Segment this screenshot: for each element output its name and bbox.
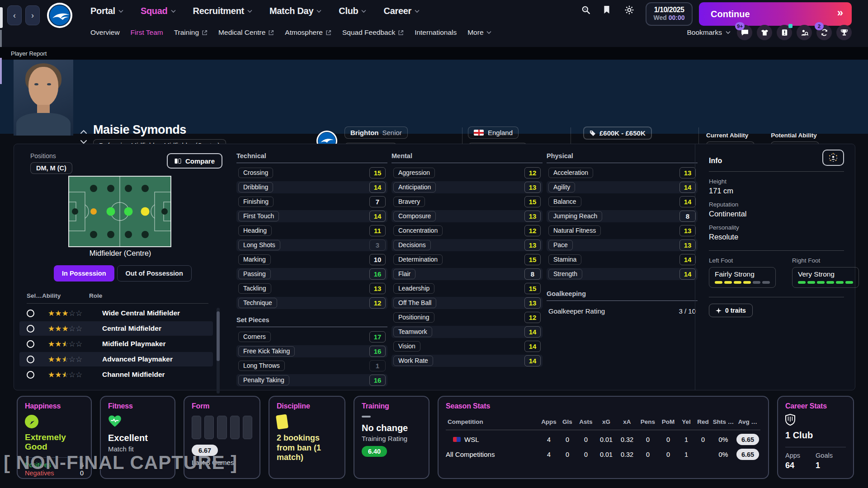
attribute-name[interactable]: Determination [393,254,443,265]
scout-icon[interactable] [797,25,812,40]
attribute-name[interactable]: Balance [548,197,581,207]
form-rating-badge: 6.67 [192,445,218,456]
training-card[interactable]: Training No change Training Rating 6.40 [354,396,429,479]
prev-player-chevron-icon[interactable] [80,130,87,134]
subnav-item-more[interactable]: More [467,28,491,37]
transfer-value-pill[interactable]: £600K - £650K [583,127,652,140]
attribute-name[interactable]: Technique [238,298,277,308]
continue-button[interactable]: Continue » [699,2,852,26]
attribute-name[interactable]: Long Throws [238,361,285,371]
attribute-name[interactable]: Leadership [393,283,434,294]
attribute-name[interactable]: Heading [238,225,272,236]
attribute-name[interactable]: Concentration [393,225,443,236]
attribute-name[interactable]: Bravery [393,197,425,207]
shirt-icon[interactable] [757,25,772,40]
attribute-name[interactable]: Agility [548,182,575,192]
traits-button[interactable]: 0 traits [709,304,753,317]
attribute-name[interactable]: Penalty Taking [238,375,289,385]
attribute-name[interactable]: Work Rate [393,356,433,366]
form-card[interactable]: Form 6.67 Last 5 Games [184,396,260,479]
search-icon[interactable] [581,5,591,15]
back-button[interactable]: ‹ [7,5,22,25]
attribute-name[interactable]: Flair [393,269,415,279]
attribute-name[interactable]: Jumping Reach [548,211,602,221]
role-select-radio[interactable] [27,325,34,333]
role-select-radio[interactable] [27,310,34,317]
compare-button[interactable]: Compare [167,153,222,169]
nav-item-portal[interactable]: Portal [90,6,123,16]
attribute-name[interactable]: Free Kick Taking [238,346,295,357]
subnav-item-squad-feedback[interactable]: Squad Feedback [342,28,404,37]
swap-icon[interactable]: 2 [816,25,832,40]
left-foot-strength: Fairly Strong [715,270,770,278]
chat-icon[interactable]: 9+ [737,25,752,40]
nav-item-club[interactable]: Club [339,6,366,16]
discipline-card[interactable]: Discipline 2 bookings from ban (1 match) [269,396,345,479]
role-select-radio[interactable] [27,371,34,379]
notification-badge: 2 [815,22,824,30]
forward-button[interactable]: › [25,5,40,25]
subnav-item-training[interactable]: Training [174,28,208,37]
attribute-value: 8 [524,268,541,280]
nav-item-career[interactable]: Career [383,6,420,16]
club-pill[interactable]: BrightonSenior [344,127,408,139]
role-list-scrollbar[interactable] [217,308,220,394]
attribute-name[interactable]: Aggression [393,168,435,178]
toggle-out-of-possession[interactable]: Out of Possession [117,265,192,282]
attribute-name[interactable]: Composure [393,211,436,221]
attribute-name[interactable]: Dribbling [238,182,273,192]
subnav-item-medical-centre[interactable]: Medical Centre [218,28,274,37]
fitness-card[interactable]: Fitness Excellent Match fit [100,396,175,479]
attribute-name[interactable]: Stamina [548,254,581,265]
role-row[interactable]: ★★☆★☆☆Advanced Playmaker [19,352,213,366]
discipline-text: 2 bookings from ban (1 match) [277,433,337,463]
attribute-name[interactable]: Teamwork [393,327,432,337]
nation-pill[interactable]: England [468,127,519,139]
attribute-name[interactable]: Corners [238,332,271,342]
attribute-name[interactable]: Acceleration [548,168,593,178]
trophy-icon[interactable] [836,25,852,40]
attribute-name[interactable]: Tackling [238,283,271,294]
bookmarks-dropdown[interactable]: Bookmarks [687,28,731,37]
attribute-name[interactable]: Pace [548,240,573,250]
settings-icon[interactable] [625,5,635,15]
attribute-value: 15 [369,167,386,178]
attribute-name[interactable]: Crossing [238,168,273,178]
attribute-name[interactable]: Finishing [238,197,274,207]
attribute-name[interactable]: First Touch [238,211,279,221]
season-stats-card[interactable]: Season Stats CompetitionAppsGlsAstsxGxAP… [438,396,769,479]
game-date[interactable]: 1/10/2025 Wed 00:00 [646,2,693,26]
role-row[interactable]: ★★★☆☆Central Midfielder [19,321,213,336]
external-link-icon [202,30,208,36]
career-stats-card[interactable]: Career Stats 1 Club Apps64 Goals1 [777,396,854,479]
attribute-name[interactable]: Marking [238,254,271,265]
role-row[interactable]: ★★☆★☆☆Channel Midfielder [19,367,213,382]
role-row[interactable]: ★★★☆☆Wide Central Midfielder [19,306,213,320]
attribute-name[interactable]: Vision [393,341,420,352]
attribute-value: 15 [524,196,541,207]
profile-focus-button[interactable] [822,150,844,166]
bookmark-icon[interactable] [603,5,613,15]
subnav-item-atmosphere[interactable]: Atmosphere [285,28,331,37]
happiness-card[interactable]: Happiness Extremely Good Positives6 Nega… [17,396,92,479]
attribute-name[interactable]: Decisions [393,240,431,250]
subnav-item-internationals[interactable]: Internationals [415,28,457,37]
attribute-name[interactable]: Positioning [393,312,434,323]
attribute-name[interactable]: Anticipation [393,182,436,192]
subnav-item-first-team[interactable]: First Team [131,28,163,37]
nav-item-match-day[interactable]: Match Day [269,6,321,16]
card-icon[interactable] [777,25,792,40]
club-crest-logo[interactable] [47,3,72,28]
attribute-name[interactable]: Off The Ball [393,298,436,308]
attribute-name[interactable]: Natural Fitness [548,225,601,236]
subnav-item-overview[interactable]: Overview [90,28,120,37]
nav-item-recruitment[interactable]: Recruitment [193,6,252,16]
toggle-in-possession[interactable]: In Possession [54,265,114,282]
role-select-radio[interactable] [27,356,34,363]
nav-item-squad[interactable]: Squad [141,6,176,16]
attribute-name[interactable]: Passing [238,269,271,279]
role-row[interactable]: ★★☆★☆☆Midfield Playmaker [19,337,213,351]
role-select-radio[interactable] [27,340,34,348]
attribute-name[interactable]: Strength [548,269,582,279]
attribute-name[interactable]: Long Shots [238,240,280,250]
